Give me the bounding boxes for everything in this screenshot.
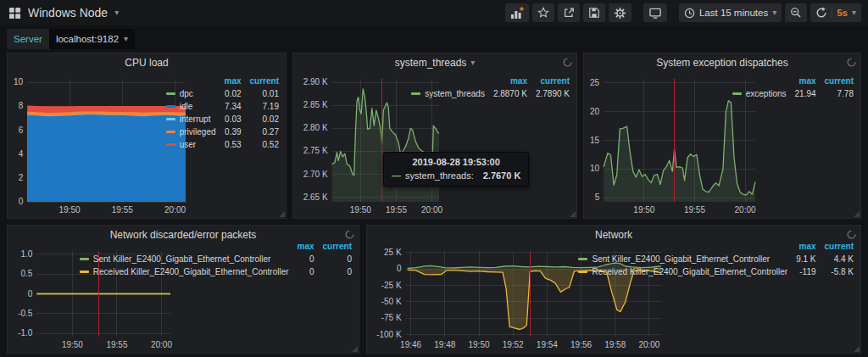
series-color-marker[interactable] — [578, 258, 587, 260]
series-color-marker[interactable] — [166, 118, 175, 120]
series-color-marker[interactable] — [411, 92, 420, 95]
legend-row[interactable]: Received Killer_E2400_Gigabit_Ethernet_C… — [576, 265, 854, 278]
panel-header[interactable]: system_threads ▾ — [293, 53, 576, 72]
legend-row[interactable]: exceptions21.947.78 — [731, 87, 854, 100]
legend-row[interactable]: interrupt0.030.02 — [164, 113, 279, 126]
add-panel-button[interactable] — [505, 3, 529, 22]
legend-value: 7.34 — [216, 100, 242, 113]
legend-value: 0 — [314, 253, 352, 265]
series-label[interactable]: Sent Killer_E2400_Gigabit_Ethernet_Contr… — [592, 254, 770, 264]
panel-header[interactable]: System exception dispatches — [584, 53, 860, 72]
legend-row[interactable]: Received Killer_E2400_Gigabit_Ethernet_C… — [78, 265, 352, 278]
legend-header[interactable]: current — [816, 75, 854, 87]
save-dashboard-button[interactable] — [583, 3, 605, 22]
chevron-down-icon: ▾ — [772, 8, 776, 17]
panel-title[interactable]: System exception dispatches — [656, 57, 787, 69]
legend-header[interactable]: current — [242, 75, 279, 87]
panel-resize-handle[interactable] — [352, 346, 358, 352]
series-label[interactable]: exceptions — [746, 89, 787, 98]
panel-resize-handle[interactable] — [570, 211, 576, 217]
panel-header[interactable]: CPU load — [8, 53, 286, 72]
svg-text:19:46: 19:46 — [400, 340, 421, 349]
series-label[interactable]: Sent Killer_E2400_Gigabit_Ethernet_Contr… — [93, 254, 271, 264]
star-icon — [537, 7, 549, 19]
legend-value: -119 — [787, 265, 815, 278]
legend-header[interactable]: current — [527, 75, 570, 87]
legend-value: 9.1 K — [787, 253, 815, 265]
variable-value: localhost:9182 — [56, 34, 119, 44]
panel-title[interactable]: CPU load — [125, 57, 168, 69]
svg-text:10: 10 — [590, 164, 600, 173]
svg-text:2.85 K: 2.85 K — [303, 100, 328, 109]
grafana-dashboard: Windows Node ▾ — [0, 0, 868, 357]
legend-row[interactable]: Sent Killer_E2400_Gigabit_Ethernet_Contr… — [576, 253, 854, 265]
legend-header[interactable]: max — [787, 240, 815, 253]
series-color-marker[interactable] — [166, 105, 175, 108]
svg-text:20: 20 — [590, 107, 600, 116]
series-label[interactable]: system_threads — [425, 89, 485, 98]
legend-value: 4.4 K — [816, 253, 854, 265]
panel-title[interactable]: system_threads — [395, 57, 467, 69]
legend-row[interactable]: system_threads2.8870 K2.7890 K — [409, 87, 570, 100]
svg-text:5: 5 — [595, 192, 600, 202]
svg-text:19:55: 19:55 — [386, 205, 407, 215]
panel-title[interactable]: Network discarded/error packets — [110, 229, 257, 241]
series-label[interactable]: privileged — [180, 127, 216, 137]
panel-resize-handle[interactable] — [854, 211, 860, 217]
legend-header[interactable]: max — [485, 75, 527, 87]
refresh-interval-label: 5s — [837, 8, 848, 18]
legend-row[interactable]: user0.530.52 — [164, 138, 279, 151]
grafana-grid-icon[interactable] — [8, 7, 21, 20]
series-label[interactable]: user — [180, 140, 196, 149]
panel-network: Network -100 K-75 K-50 K-25 K025 K19:461… — [366, 225, 861, 354]
tooltip-series-label: system_threads: — [405, 170, 474, 181]
legend-row[interactable]: idle7.347.19 — [164, 100, 279, 113]
legend-header[interactable]: max — [216, 75, 242, 87]
series-label[interactable]: Received Killer_E2400_Gigabit_Ethernet_C… — [592, 267, 787, 276]
dashboard-title[interactable]: Windows Node — [28, 6, 108, 20]
series-label[interactable]: Received Killer_E2400_Gigabit_Ethernet_C… — [93, 267, 289, 276]
series-color-marker[interactable] — [80, 258, 89, 260]
panel-title[interactable]: Network — [595, 229, 632, 241]
panel-cpu-load: CPU load 024681019:5019:5520:00 maxcurre… — [7, 53, 287, 219]
legend-value: -5.8 K — [816, 265, 854, 278]
legend-row[interactable]: privileged0.390.27 — [164, 126, 279, 138]
series-color-marker[interactable] — [80, 271, 89, 273]
legend-header[interactable]: current — [314, 240, 352, 253]
cycle-view-mode-button[interactable] — [643, 3, 667, 22]
svg-text:-25 K: -25 K — [381, 281, 402, 290]
dashboard-settings-button[interactable] — [609, 3, 632, 22]
exceptions-legend: maxcurrentexceptions21.947.78 — [731, 75, 854, 100]
legend-row[interactable]: Sent Killer_E2400_Gigabit_Ethernet_Contr… — [78, 253, 352, 265]
series-label[interactable]: interrupt — [180, 114, 211, 124]
time-picker-button[interactable]: Last 15 minutes ▾ — [679, 3, 782, 22]
panel-loading-icon — [563, 58, 572, 67]
series-color-marker[interactable] — [166, 143, 175, 146]
legend-row[interactable]: dpc0.020.01 — [164, 87, 279, 100]
variable-value-dropdown[interactable]: localhost:9182 ▾ — [49, 29, 135, 49]
series-color-marker[interactable] — [166, 131, 175, 133]
svg-text:0: 0 — [397, 264, 402, 273]
series-label[interactable]: idle — [180, 102, 193, 111]
legend-value: 0.27 — [242, 126, 279, 138]
svg-text:19:50: 19:50 — [62, 340, 83, 349]
series-color-marker[interactable] — [166, 92, 175, 95]
series-color-marker[interactable] — [578, 271, 587, 273]
panel-resize-handle[interactable] — [854, 346, 860, 352]
refresh-picker-button[interactable]: 5s ▾ — [810, 3, 861, 22]
zoom-out-time-button[interactable] — [785, 3, 807, 22]
series-label[interactable]: dpc — [180, 89, 193, 98]
share-dashboard-button[interactable] — [558, 3, 580, 22]
variable-label: Server — [7, 29, 49, 49]
series-color-marker[interactable] — [732, 92, 742, 95]
star-dashboard-button[interactable] — [532, 3, 554, 22]
svg-text:2.65 K: 2.65 K — [303, 192, 328, 202]
svg-text:20:00: 20:00 — [151, 340, 172, 349]
divider — [832, 7, 832, 19]
panel-resize-handle[interactable] — [279, 211, 285, 217]
legend-header[interactable]: current — [816, 240, 854, 253]
legend-header[interactable]: max — [787, 75, 816, 87]
chevron-down-icon[interactable]: ▾ — [114, 8, 119, 17]
svg-text:19:50: 19:50 — [350, 205, 371, 215]
legend-header[interactable]: max — [289, 240, 314, 253]
